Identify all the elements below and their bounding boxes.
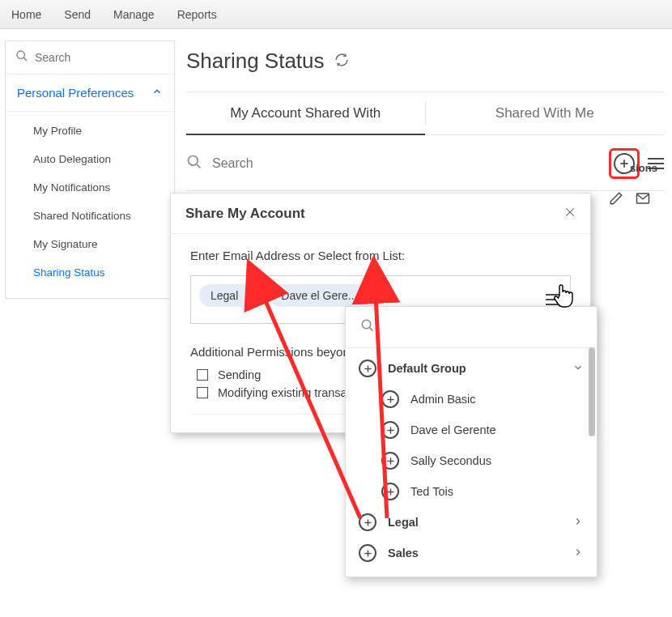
list-toolbar [186, 135, 664, 191]
dialog-close-button[interactable] [564, 205, 576, 222]
group-sales[interactable]: Sales [346, 538, 597, 568]
top-nav: Home Send Manage Reports [0, 0, 672, 29]
nav-manage[interactable]: Manage [113, 8, 155, 21]
svg-line-1 [23, 57, 27, 61]
add-user-icon[interactable] [381, 452, 399, 470]
chip-input-list-icon[interactable] [546, 294, 562, 305]
main-content: Sharing Status My Account Shared With Sh… [186, 40, 664, 191]
svg-line-10 [370, 328, 373, 331]
chip-dave[interactable]: Dave el Gere... ✕ [270, 284, 382, 307]
group-picker-dropdown: Default Group Admin Basic Dave el Gerent… [345, 306, 598, 577]
checkbox-icon[interactable] [197, 387, 208, 398]
dropdown-search[interactable] [346, 307, 597, 348]
chip-label: Dave el Gere... [281, 289, 357, 302]
chip-remove-icon[interactable]: ✕ [246, 288, 257, 303]
tabs: My Account Shared With Shared With Me [186, 92, 664, 135]
svg-line-3 [197, 164, 201, 168]
dialog-header: Share My Account [171, 194, 590, 234]
add-group-icon[interactable] [359, 360, 376, 377]
row-permission-icons [609, 191, 651, 209]
tab-shared-with-me[interactable]: Shared With Me [426, 92, 665, 134]
user-dave-el-gerente[interactable]: Dave el Gerente [346, 415, 597, 445]
chevron-up-icon [151, 86, 163, 100]
sidebar-search [6, 41, 174, 74]
add-user-icon[interactable] [381, 390, 399, 408]
checkbox-label: Sending [218, 368, 261, 381]
add-group-icon[interactable] [359, 513, 376, 531]
email-field-label: Enter Email Address or Select from List: [190, 249, 571, 262]
svg-point-9 [362, 320, 371, 329]
user-label: Admin Basic [410, 393, 476, 406]
column-header-permissions-partial: sions [630, 162, 657, 174]
list-search-input[interactable] [212, 156, 609, 171]
user-sally-secondus[interactable]: Sally Secondus [346, 445, 597, 476]
search-icon [15, 49, 28, 66]
svg-point-2 [189, 156, 198, 166]
chip-label: Legal [211, 289, 238, 302]
sidebar-section-label: Personal Preferences [17, 86, 134, 100]
sidebar-search-input[interactable] [35, 51, 164, 64]
chip-legal[interactable]: Legal ✕ [199, 284, 263, 307]
sidebar-section-personal-preferences[interactable]: Personal Preferences [6, 74, 174, 112]
group-label: Default Group [388, 362, 466, 375]
user-label: Ted Tois [410, 485, 453, 498]
nav-home[interactable]: Home [11, 8, 41, 21]
page-title: Sharing Status [186, 49, 325, 74]
tab-my-account-shared-with[interactable]: My Account Shared With [186, 92, 425, 134]
sidebar: Personal Preferences My Profile Auto Del… [5, 40, 175, 299]
add-user-icon[interactable] [381, 483, 399, 500]
dialog-title: Share My Account [185, 206, 305, 222]
dropdown-body: Default Group Admin Basic Dave el Gerent… [346, 348, 597, 577]
sidebar-item-my-notifications[interactable]: My Notifications [6, 173, 174, 202]
sidebar-menu: My Profile Auto Delegation My Notificati… [6, 112, 174, 298]
nav-reports[interactable]: Reports [177, 8, 217, 21]
group-label: Legal [388, 516, 419, 529]
search-icon [186, 154, 202, 173]
scrollbar-thumb[interactable] [589, 347, 595, 436]
sidebar-item-shared-notifications[interactable]: Shared Notifications [6, 202, 174, 230]
page-title-row: Sharing Status [186, 40, 664, 92]
checkbox-label: Modifying existing transacti [218, 386, 359, 399]
sidebar-item-my-signature[interactable]: My Signature [6, 230, 174, 258]
add-user-icon[interactable] [381, 421, 399, 439]
chevron-down-icon [572, 362, 584, 376]
group-default-group[interactable]: Default Group [346, 353, 597, 384]
svg-point-0 [17, 51, 24, 58]
group-label: Sales [388, 547, 419, 560]
checkbox-icon[interactable] [197, 369, 208, 381]
sidebar-item-auto-delegation[interactable]: Auto Delegation [6, 145, 174, 173]
envelope-icon [635, 191, 651, 209]
nav-send[interactable]: Send [64, 8, 91, 21]
pencil-icon [609, 191, 623, 209]
chevron-right-icon [572, 516, 584, 530]
user-ted-tois[interactable]: Ted Tois [346, 476, 597, 507]
refresh-icon[interactable] [334, 53, 349, 70]
sidebar-item-my-profile[interactable]: My Profile [6, 117, 174, 145]
add-group-icon[interactable] [359, 544, 376, 562]
chevron-right-icon [572, 547, 584, 560]
dropdown-scrollbar[interactable] [587, 347, 595, 572]
group-legal[interactable]: Legal [346, 507, 597, 538]
user-label: Dave el Gerente [410, 423, 496, 436]
user-admin-basic[interactable]: Admin Basic [346, 384, 597, 415]
chip-remove-icon[interactable]: ✕ [365, 288, 376, 303]
sidebar-item-sharing-status[interactable]: Sharing Status [6, 258, 174, 287]
user-label: Sally Secondus [410, 454, 491, 467]
